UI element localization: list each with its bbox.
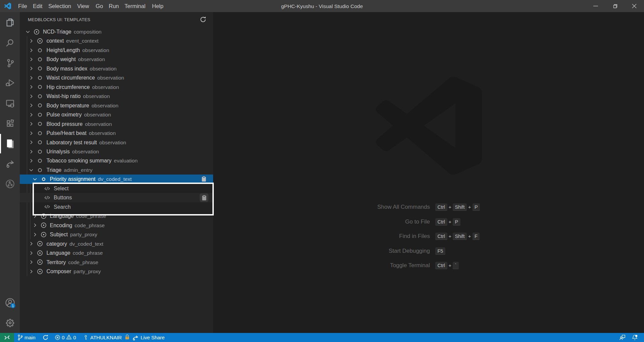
svg-text:1: 1 (12, 304, 14, 308)
